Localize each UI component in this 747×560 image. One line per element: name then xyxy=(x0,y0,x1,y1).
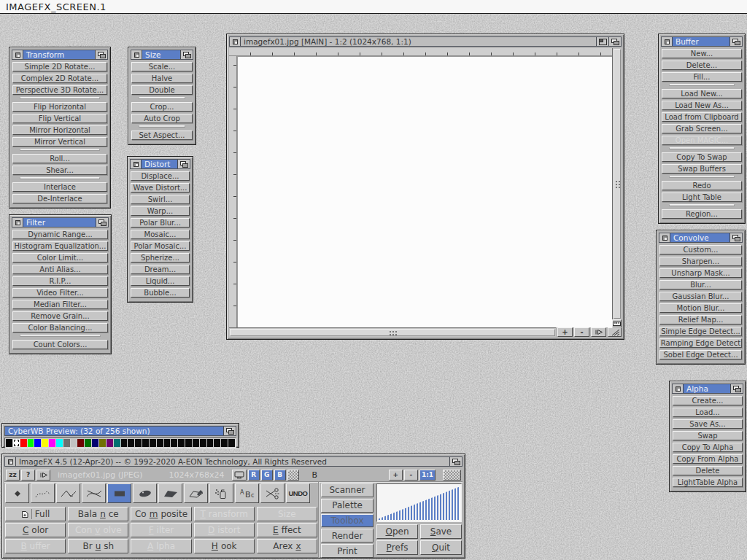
palette-button[interactable]: Load New As... xyxy=(662,101,742,110)
palette-button[interactable]: Set Aspect... xyxy=(131,131,193,140)
palette-button[interactable]: Copy To Alpha xyxy=(673,443,743,452)
palette-button[interactable]: Open MAGIC... xyxy=(662,136,742,145)
point-tool-button[interactable] xyxy=(5,483,29,503)
close-icon[interactable] xyxy=(131,160,142,168)
close-icon[interactable] xyxy=(12,50,23,59)
color-swatch[interactable] xyxy=(114,439,120,447)
palette-button[interactable]: Load New... xyxy=(662,89,742,98)
color-swatch[interactable] xyxy=(171,439,177,447)
palette-button[interactable]: Flip Horizontal xyxy=(12,102,107,112)
filled-polygon-tool-button[interactable] xyxy=(158,483,182,503)
color-swatch[interactable] xyxy=(193,439,199,447)
color-swatch[interactable] xyxy=(85,439,91,447)
composite-button[interactable]: Composite xyxy=(131,507,191,521)
palette-button[interactable]: Complex 2D Rotate... xyxy=(12,74,107,83)
size-button[interactable]: Size xyxy=(257,507,317,521)
color-swatch[interactable] xyxy=(49,439,55,447)
palette-button[interactable]: Median Filter... xyxy=(12,300,108,309)
toolbox-button[interactable]: Toolbox xyxy=(321,514,374,528)
quit-button[interactable]: Quit xyxy=(420,540,462,555)
depth-icon[interactable] xyxy=(180,50,193,59)
palette-button[interactable]: Scale... xyxy=(131,62,193,71)
polygon-brush-tool-button[interactable] xyxy=(184,483,208,503)
palette-button[interactable]: Count Colors... xyxy=(12,340,108,349)
toolbar-titlebar[interactable]: ImageFX 4.5 (12-Apr-20) -- © 1992-2020 A… xyxy=(4,456,462,467)
palette-button[interactable]: Interlace xyxy=(12,182,107,192)
color-swatch[interactable] xyxy=(207,439,214,447)
palette-button[interactable]: Crop... xyxy=(131,102,193,112)
palette-button[interactable]: Swap Buffers xyxy=(662,164,742,174)
brush-button[interactable]: Brush xyxy=(68,539,128,553)
close-icon[interactable] xyxy=(230,37,241,46)
effect-button[interactable]: Effect xyxy=(257,523,317,537)
palette-button[interactable]: Swap xyxy=(673,431,743,440)
palette-button[interactable]: R.I.P... xyxy=(12,276,108,286)
palette-button[interactable]: Swirl... xyxy=(131,195,190,204)
palette-button[interactable]: Polar Blur... xyxy=(131,218,190,228)
pan-button[interactable] xyxy=(591,327,606,337)
depth-icon[interactable] xyxy=(95,50,107,59)
palette-button[interactable]: Bubble... xyxy=(131,288,190,298)
palette-button[interactable]: Load from Clipboard xyxy=(662,112,742,122)
dither-toggle-button[interactable] xyxy=(287,470,299,481)
palette-button[interactable]: Simple Edge Detect... xyxy=(659,327,742,336)
palette-button[interactable]: Mirror Vertical xyxy=(12,137,107,147)
color-swatch[interactable] xyxy=(228,439,235,447)
depth-icon[interactable] xyxy=(729,37,742,46)
full-button[interactable]: Full xyxy=(5,507,66,521)
undo-button[interactable]: UNDO xyxy=(286,483,310,503)
vertical-scroll-thumb[interactable] xyxy=(614,49,621,319)
color-swatch[interactable] xyxy=(128,439,134,447)
depth-icon[interactable] xyxy=(449,457,462,466)
screen-mode-button[interactable] xyxy=(232,470,247,481)
close-icon[interactable] xyxy=(5,457,16,466)
palette-button[interactable]: Unsharp Mask... xyxy=(659,268,742,278)
color-swatch[interactable] xyxy=(200,439,206,447)
zoom-out-button[interactable]: - xyxy=(574,327,589,337)
curve-tool-button[interactable] xyxy=(82,483,106,503)
distort-button[interactable]: Distort xyxy=(194,523,255,537)
close-icon[interactable] xyxy=(659,233,670,242)
color-swatch[interactable] xyxy=(56,439,63,447)
color-swatch[interactable] xyxy=(107,439,113,447)
scanner-button[interactable]: Scanner xyxy=(321,483,374,497)
palette-button[interactable]: Redo xyxy=(662,181,742,190)
vertical-scrollbar[interactable] xyxy=(612,48,622,319)
color-swatch[interactable] xyxy=(42,439,48,447)
view-zoom-out-button[interactable]: - xyxy=(404,470,418,481)
color-swatch[interactable] xyxy=(20,439,27,447)
distort-titlebar[interactable]: Distort xyxy=(130,159,190,169)
palette-button[interactable]: Gaussian Blur... xyxy=(659,292,742,301)
palette-button[interactable]: Region... xyxy=(662,209,742,219)
color-swatch[interactable] xyxy=(28,439,34,447)
airbrush-tool-button[interactable] xyxy=(209,483,233,503)
polyline-tool-button[interactable] xyxy=(56,483,80,503)
view-zoom-in-button[interactable]: + xyxy=(389,470,403,481)
transform-titlebar[interactable]: Transform xyxy=(12,50,108,60)
color-swatch[interactable] xyxy=(71,439,77,447)
palette-button[interactable]: Color Limit... xyxy=(12,253,108,262)
palette-button[interactable]: Wave Distort... xyxy=(131,183,190,192)
palette-button[interactable]: Delete xyxy=(673,466,743,475)
color-swatch[interactable] xyxy=(6,439,12,447)
prefs-button[interactable]: Prefs xyxy=(376,540,418,555)
color-button[interactable]: Color xyxy=(5,523,66,537)
filter-button[interactable]: Filter xyxy=(131,523,191,537)
palette-button[interactable]: Double xyxy=(131,85,193,95)
convolve-titlebar[interactable]: Convolve xyxy=(659,233,743,243)
cyberwb-titlebar[interactable]: CyberWB Preview: (32 of 256 shown) xyxy=(4,426,236,436)
color-swatch[interactable] xyxy=(34,439,41,447)
palette-button[interactable]: LightTable Alpha xyxy=(673,478,743,487)
blue-channel-button[interactable]: B xyxy=(274,470,286,481)
ruler-toggle-button[interactable] xyxy=(612,319,622,327)
color-swatch[interactable] xyxy=(178,439,185,447)
palette-button[interactable]: Load... xyxy=(673,408,743,417)
palette-button-main[interactable]: Palette xyxy=(321,499,374,513)
palette-button[interactable]: Fill... xyxy=(662,72,742,82)
help-button[interactable]: ? xyxy=(21,470,35,481)
image-window-titlebar[interactable]: imagefx01.jpg [MAIN] - 1:2 (1024x768, 1:… xyxy=(229,36,622,47)
color-swatch[interactable] xyxy=(164,439,171,447)
palette-button[interactable]: Histogram Equalization... xyxy=(12,241,108,251)
hook-button[interactable]: Hook xyxy=(194,539,255,553)
freehand-tool-button[interactable] xyxy=(31,483,55,503)
